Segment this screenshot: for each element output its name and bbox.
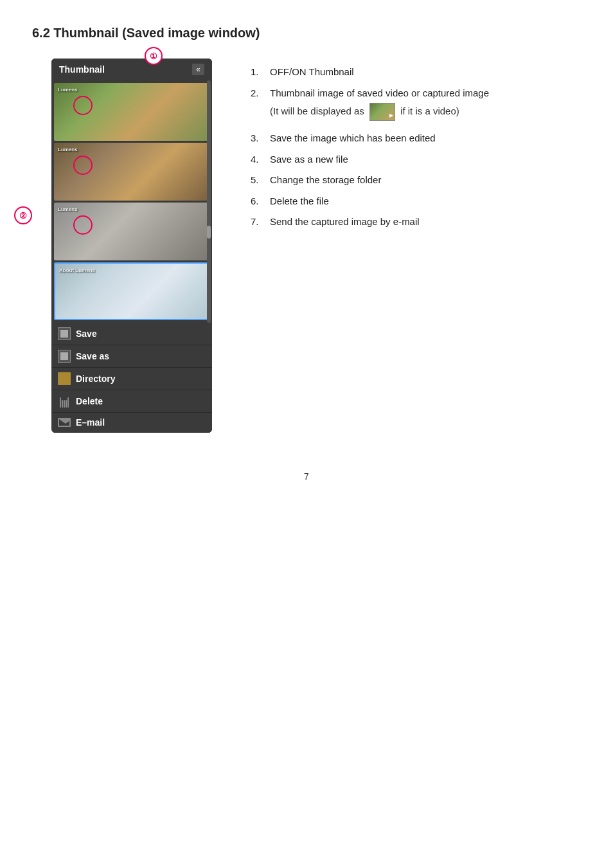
directory-button[interactable]: Directory <box>51 368 212 390</box>
left-panel: ① ② Thumbnail « Lumens Lumens <box>32 59 231 433</box>
thumb-4-text: About Lumens <box>59 267 95 273</box>
save-button[interactable]: Save <box>51 323 212 345</box>
directory-label: Directory <box>76 374 115 384</box>
item-4-text: Save as a new file <box>270 152 348 167</box>
scrollbar[interactable] <box>207 80 211 323</box>
instructions-list: 1. OFF/ON Thumbnail 2. Thumbnail image o… <box>251 65 581 230</box>
circle-1-label: ① <box>145 47 163 65</box>
item-3-text: Save the image which has been edited <box>270 131 436 146</box>
item-7-text: Send the captured image by e-mail <box>270 215 420 230</box>
video-note-suffix: if it is a video) <box>400 105 459 116</box>
content-area: ① ② Thumbnail « Lumens Lumens <box>32 59 581 433</box>
device-buttons: Save Save as Directory <box>51 323 212 433</box>
thumbnail-2[interactable]: Lumens <box>54 143 209 201</box>
save-as-icon <box>58 350 71 363</box>
double-arrow-button[interactable]: « <box>192 64 204 75</box>
device-mockup: Thumbnail « Lumens Lumens Lumens A <box>51 59 212 433</box>
video-icon <box>369 103 395 121</box>
buttons-with-numbers: ③ ④ ⑤ ⑥ ⑦ Save <box>51 323 212 433</box>
directory-icon <box>58 372 71 385</box>
delete-label: Delete <box>76 396 103 406</box>
item-2-content: Thumbnail image of saved video or captur… <box>270 86 489 125</box>
delete-button[interactable]: Delete <box>51 390 212 413</box>
item-1-text: OFF/ON Thumbnail <box>270 65 354 80</box>
item-1-num: 1. <box>251 65 263 80</box>
item-6-num: 6. <box>251 194 263 209</box>
email-label: E–mail <box>76 417 105 428</box>
thumb-3-text: Lumens <box>58 206 78 212</box>
email-icon <box>58 418 71 427</box>
scrollbar-thumb <box>207 226 211 239</box>
page-title: 6.2 Thumbnail (Saved image window) <box>32 26 581 41</box>
device-header: Thumbnail « <box>51 59 212 80</box>
thumbnail-1[interactable]: Lumens <box>54 83 209 141</box>
thumb-2-text: Lumens <box>58 147 78 152</box>
video-note: (It will be displayed as if it is a vide… <box>270 103 489 121</box>
thumbnails-area: Lumens Lumens Lumens About Lumens <box>51 80 212 323</box>
item-5-text: Change the storage folder <box>270 173 381 188</box>
save-as-button[interactable]: Save as <box>51 345 212 368</box>
list-item-7: 7. Send the captured image by e-mail <box>251 215 581 230</box>
item-6-text: Delete the file <box>270 194 329 209</box>
list-item-5: 5. Change the storage folder <box>251 173 581 188</box>
list-item-1: 1. OFF/ON Thumbnail <box>251 65 581 80</box>
page-number: 7 <box>32 471 581 482</box>
list-item-2: 2. Thumbnail image of saved video or cap… <box>251 86 581 125</box>
save-icon-inner <box>60 330 68 338</box>
email-button[interactable]: E–mail <box>51 413 212 433</box>
save-as-label: Save as <box>76 351 109 361</box>
item-2-text: Thumbnail image of saved video or captur… <box>270 87 489 98</box>
save-icon <box>58 327 71 340</box>
thumbnail-4[interactable]: About Lumens <box>54 262 209 320</box>
item-5-num: 5. <box>251 173 263 188</box>
item-3-num: 3. <box>251 131 263 146</box>
save-label: Save <box>76 329 97 339</box>
thumb-1-text: Lumens <box>58 87 78 93</box>
circle-2-label: ② <box>14 206 32 224</box>
thumb-1-circle <box>73 96 93 115</box>
list-item-4: 4. Save as a new file <box>251 152 581 167</box>
device-header-title: Thumbnail <box>59 64 105 75</box>
delete-icon <box>58 395 71 408</box>
item-4-num: 4. <box>251 152 263 167</box>
item-2-num: 2. <box>251 86 263 125</box>
list-item-3: 3. Save the image which has been edited <box>251 131 581 146</box>
item-7-num: 7. <box>251 215 263 230</box>
save-as-icon-inner <box>60 352 68 360</box>
list-item-6: 6. Delete the file <box>251 194 581 209</box>
thumbnail-3[interactable]: Lumens <box>54 203 209 260</box>
thumb-2-circle <box>73 156 93 175</box>
video-note-prefix: (It will be displayed as <box>270 105 367 116</box>
right-panel: 1. OFF/ON Thumbnail 2. Thumbnail image o… <box>251 59 581 236</box>
thumb-3-circle <box>73 215 93 235</box>
